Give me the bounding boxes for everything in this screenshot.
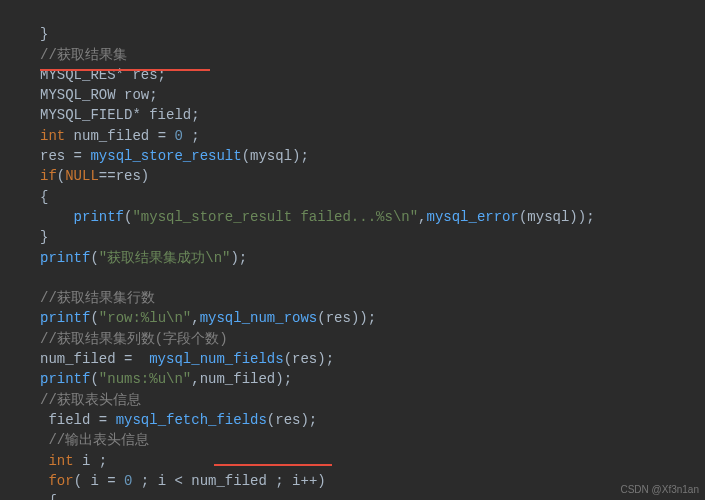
code-line: MYSQL_ROW row;	[40, 87, 158, 103]
code-block: } //获取结果集 MYSQL_RES* res; MYSQL_ROW row;…	[0, 0, 705, 500]
code-line: if(NULL==res)	[40, 168, 149, 184]
code-line: }	[40, 26, 48, 42]
code-line: printf("row:%lu\n",mysql_num_rows(res));	[40, 310, 376, 326]
code-line: int i ;	[40, 453, 107, 469]
comment: //输出表头信息	[40, 432, 149, 448]
red-underline-annotation	[214, 464, 332, 466]
code-line: field = mysql_fetch_fields(res);	[40, 412, 317, 428]
code-line: {	[40, 493, 57, 500]
code-line: for( i = 0 ; i < num_filed ; i++)	[40, 473, 326, 489]
code-line: num_filed = mysql_num_fields(res);	[40, 351, 334, 367]
comment: //获取结果集行数	[40, 290, 155, 306]
code-line: int num_filed = 0 ;	[40, 128, 200, 144]
watermark-text: CSDN @Xf3n1an	[620, 483, 699, 498]
code-line: }	[40, 229, 48, 245]
code-line: res = mysql_store_result(mysql);	[40, 148, 309, 164]
code-line: {	[40, 189, 48, 205]
comment: //获取结果集列数(字段个数)	[40, 331, 228, 347]
code-line: printf("mysql_store_result failed...%s\n…	[40, 209, 595, 225]
code-line: MYSQL_FIELD* field;	[40, 107, 200, 123]
comment: //获取表头信息	[40, 392, 141, 408]
red-underline-annotation	[40, 69, 210, 71]
code-line: printf("获取结果集成功\n");	[40, 250, 247, 266]
code-line: printf("nums:%u\n",num_filed);	[40, 371, 292, 387]
comment: //获取结果集	[40, 47, 127, 63]
